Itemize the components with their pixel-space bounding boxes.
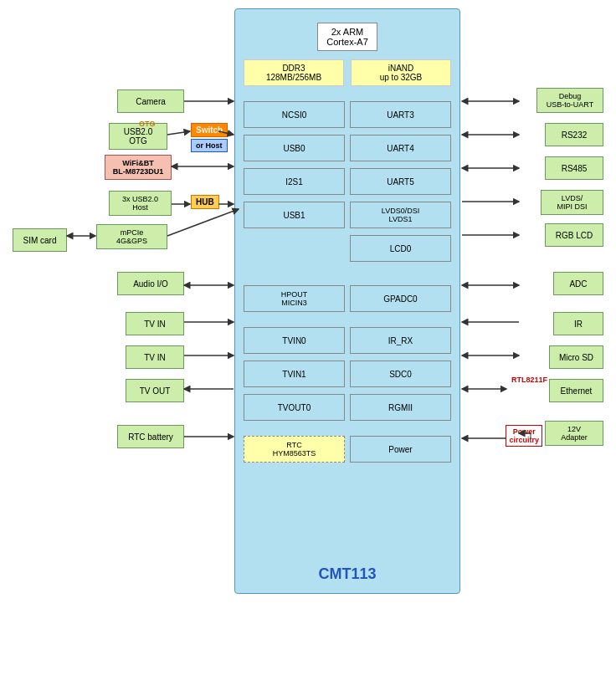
micro-sd-box: Micro SD xyxy=(549,345,603,369)
io-row-8: TVOUT0 RGMII xyxy=(244,394,451,421)
rgmii-cell: RGMII xyxy=(350,394,451,421)
io-row-5: HPOUTMICIN3 GPADC0 xyxy=(244,285,451,312)
cpu-box: 2x ARMCortex-A7 xyxy=(317,23,377,51)
hub-box: HUB xyxy=(191,195,219,209)
io-row-3: USB1 LVDS0/DSILVDS1 xyxy=(244,202,451,228)
uart5-cell: UART5 xyxy=(350,168,451,195)
rs232-box: RS232 xyxy=(545,123,603,146)
svg-line-1 xyxy=(167,131,190,135)
usb-host-box: 3x USB2.0Host xyxy=(109,191,172,216)
soc-block: 2x ARMCortex-A7 DDR3128MB/256MB iNANDup … xyxy=(234,8,460,594)
rtc-cell: RTCHYM8563TS xyxy=(244,436,345,463)
diagram-container: 2x ARMCortex-A7 DDR3128MB/256MB iNANDup … xyxy=(0,0,616,675)
ir-box: IR xyxy=(553,312,603,335)
io-row-7: TVIN1 SDC0 xyxy=(244,361,451,387)
cpu-label: 2x ARMCortex-A7 xyxy=(326,27,368,47)
usb-otg-label: USB2.0OTG xyxy=(124,127,152,146)
usb0-cell: USB0 xyxy=(244,135,345,161)
tv-out-box: TV OUT xyxy=(126,379,184,402)
rs485-box: RS485 xyxy=(545,156,603,180)
io-row-6: TVIN0 IR_RX xyxy=(244,327,451,354)
usb-otg-box: USB2.0OTG xyxy=(109,123,167,150)
gpadc0-cell: GPADC0 xyxy=(350,285,451,312)
usb1-cell: USB1 xyxy=(244,202,345,228)
switch-box: Switch xyxy=(191,123,228,137)
lvds-cell: LVDS0/DSILVDS1 xyxy=(350,202,451,228)
inand-box: iNANDup to 32GB xyxy=(351,59,451,86)
wifi-bt-box: WiFi&BTBL-M8723DU1 xyxy=(105,155,172,180)
or-host-box: or Host xyxy=(191,139,228,152)
uart4-cell: UART4 xyxy=(350,135,451,161)
tvin0-cell: TVIN0 xyxy=(244,327,345,354)
uart3-cell: UART3 xyxy=(350,101,451,128)
rgb-lcd-box: RGB LCD xyxy=(545,223,603,247)
hpout-cell: HPOUTMICIN3 xyxy=(244,285,345,312)
otg-label: OTG xyxy=(139,120,156,128)
tvin1-cell: TVIN1 xyxy=(244,361,345,387)
io-row-0: NCSI0 UART3 xyxy=(244,101,451,128)
i2s1-cell: I2S1 xyxy=(244,168,345,195)
tv-in-1-box: TV IN xyxy=(126,312,184,335)
ethernet-box: Ethernet xyxy=(549,379,603,402)
rtl-label: RTL8211F xyxy=(511,376,547,384)
tv-in-2-box: TV IN xyxy=(126,345,184,369)
tvout0-cell: TVOUT0 xyxy=(244,394,345,421)
rtc-battery-box: RTC battery xyxy=(117,425,184,448)
io-row-9: RTCHYM8563TS Power xyxy=(244,436,451,463)
camera-box: Camera xyxy=(117,89,184,113)
io-row-1: USB0 UART4 xyxy=(244,135,451,161)
power-circuitry-box: Powercircuitry xyxy=(506,425,542,447)
adc-box: ADC xyxy=(553,272,603,295)
audio-io-box: Audio I/O xyxy=(117,272,184,295)
ir-rx-cell: IR_RX xyxy=(350,327,451,354)
sim-card-box: SIM card xyxy=(13,228,67,252)
mpcie-box: mPCIe4G&GPS xyxy=(96,224,167,249)
lcd0-cell: LCD0 xyxy=(350,235,451,262)
ddr3-box: DDR3128MB/256MB xyxy=(244,59,344,86)
io-row-4: LCD0 xyxy=(244,235,451,262)
io-row-2: I2S1 UART5 xyxy=(244,168,451,195)
sdc0-cell: SDC0 xyxy=(350,361,451,387)
debug-usb-box: DebugUSB-to-UART xyxy=(536,88,603,113)
memory-row: DDR3128MB/256MB iNANDup to 32GB xyxy=(244,59,451,86)
power-cell: Power xyxy=(350,436,451,463)
adapter-box: 12VAdapter xyxy=(545,421,603,446)
ncsi0-cell: NCSI0 xyxy=(244,101,345,128)
svg-line-7 xyxy=(167,209,239,236)
cmt-label: CMT113 xyxy=(318,565,376,583)
lvds-mipi-box: LVDS/MIPI DSI xyxy=(541,190,603,215)
